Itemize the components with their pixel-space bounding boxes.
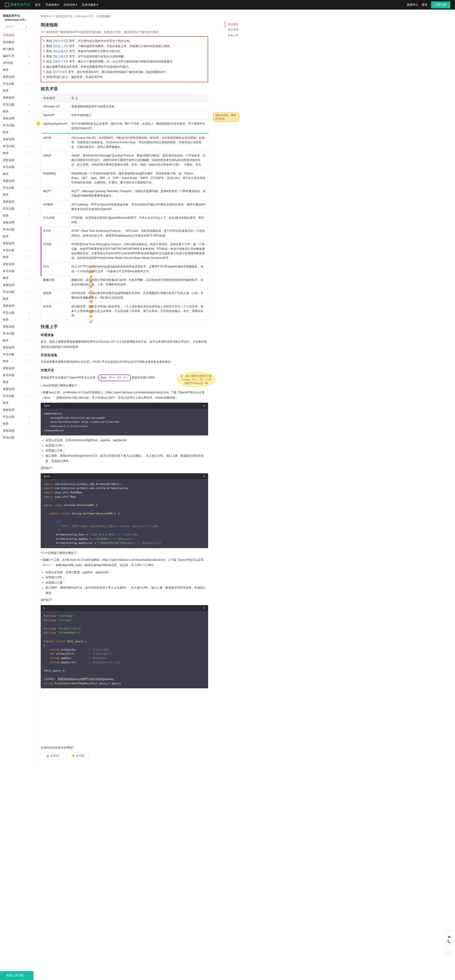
sidebar-item[interactable]: 常见问题⌄ [0, 309, 33, 316]
sidebar-item[interactable]: 附录⌄ [0, 88, 33, 94]
sidebar-item[interactable]: 更新说明 [0, 282, 33, 288]
sidebar-item[interactable]: 更新说明 [0, 240, 33, 247]
chevron-down-icon: ⌄ [28, 248, 30, 252]
guide-link[interactable]: API列表 [55, 70, 65, 74]
breadcrumb-link[interactable]: 智能应用平台（Infovision IoT） [56, 14, 95, 18]
toc-item[interactable]: 相关术语 [225, 27, 254, 33]
toc-nav: 阅读指南 相关术语 快速上手 [225, 22, 254, 38]
sidebar-item[interactable]: 更新说明 [0, 178, 33, 185]
sidebar-item[interactable]: 更新说明 [0, 427, 33, 434]
nav-home[interactable]: 首页 [35, 3, 41, 7]
sidebar-item[interactable]: 更新说明 [0, 302, 33, 309]
sidebar-item[interactable]: 附录⌄ [0, 399, 33, 407]
helpful-button[interactable]: 👍 有帮助 [41, 752, 64, 760]
chevron-down-icon: ⌄ [28, 214, 30, 218]
nav-open-system[interactable]: 开放体系 ▾ [45, 3, 59, 7]
sidebar-item[interactable]: 附录⌄ [0, 233, 33, 240]
sidebar-item[interactable]: 常见问题⌄ [0, 268, 33, 275]
guide-link[interactable]: 编程引导 [55, 60, 66, 63]
guide-box: 1. 查阅【相关术语】章节，对文档内会出现的专业术语有个初步认知。2. 查阅【快… [41, 36, 208, 82]
sidebar-item[interactable]: 常见问题⌄ [0, 101, 33, 108]
sidebar-item[interactable]: 附录⌄ [0, 358, 33, 365]
sidebar-item[interactable]: 常见问题⌄ [0, 185, 33, 191]
sidebar-item[interactable]: 附录⌄ [0, 275, 33, 282]
table-row: 云台控制PTZ控制，在安防监控应用中是pan/tilt/zoom的简写，代表云台… [41, 213, 208, 227]
logo[interactable]: 海康开放平台 [5, 3, 30, 7]
version-select[interactable]: V3.0.0▾ [3, 24, 30, 29]
chevron-down-icon: ⌄ [28, 47, 30, 51]
nav-resource[interactable]: 资源中心 [407, 3, 418, 7]
sidebar-item[interactable]: 常见问题⌄ [0, 288, 33, 296]
sidebar-item[interactable]: 附录⌄ [0, 129, 33, 136]
toc-item[interactable]: 阅读指南 [225, 22, 254, 27]
sidebar-item[interactable]: 常见问题⌄ [0, 434, 33, 441]
sidebar-item[interactable]: 常见问题⌄ [0, 164, 33, 170]
sidebar-item[interactable]: 能力概览⌄ [0, 46, 33, 52]
sidebar-item[interactable]: 附录⌄ [0, 67, 33, 73]
nav-login[interactable]: 登录 [422, 3, 428, 7]
sidebar-item[interactable]: 附录⌄ [0, 337, 33, 344]
sidebar-item[interactable]: 更新说明 [0, 136, 33, 143]
guide-link[interactable]: 能力概览 [55, 55, 66, 58]
sidebar-item[interactable]: 常见问题⌄ [0, 414, 33, 420]
sidebar-item[interactable]: 更新说明 [0, 261, 33, 268]
sidebar-item[interactable]: 更新说明 [0, 94, 33, 101]
sidebar-item[interactable]: 更新说明 [0, 386, 33, 393]
chevron-down-icon: ⌄ [28, 255, 30, 259]
sidebar-item[interactable]: 常见问题⌄ [0, 143, 33, 150]
sidebar-item[interactable]: 附录⌄ [0, 379, 33, 386]
breadcrumb-link[interactable]: 资源中心 [41, 14, 52, 18]
sidebar-item[interactable]: 常见问题⌄ [0, 226, 33, 233]
chevron-down-icon: ⌄ [28, 165, 30, 169]
breadcrumb-current: 对接指南 [99, 14, 110, 18]
sidebar-item[interactable]: 常见问题⌄ [0, 330, 33, 337]
nav-support[interactable]: 支持与服务 ▾ [82, 3, 98, 7]
sidebar-item[interactable]: 常见问题⌄ [0, 122, 33, 129]
copy-icon[interactable]: ⧉ [203, 606, 205, 609]
sidebar-item[interactable]: 附录⌄ [0, 316, 33, 323]
sidebar-item[interactable]: 更新说明 [0, 407, 33, 414]
sidebar-item[interactable]: 编程引导⌄ [0, 52, 33, 60]
sidebar-item[interactable]: 更新说明 [0, 198, 33, 205]
code-block-maven: java⧉ <dependency> <groupId>com.hikvisio… [41, 402, 208, 436]
sidebar-item[interactable]: 更新说明 [0, 365, 33, 372]
sidebar-item[interactable]: 附录⌄ [0, 150, 33, 157]
sidebar-item[interactable]: 常见问题⌄ [0, 205, 33, 212]
sidebar-item[interactable]: 对接指南 [0, 32, 33, 39]
sidebar-item[interactable]: API列表⌄ [0, 60, 33, 67]
sidebar-item[interactable]: 附录⌄ [0, 108, 33, 115]
sidebar-item[interactable]: 常见问题⌄ [0, 80, 33, 88]
annotation-overlay: API所支持的三种视频流协议 [89, 264, 94, 324]
sidebar-item[interactable]: 更新说明 [0, 219, 33, 226]
table-row: RTSPRTSP（Real Time Streaming Protocol），R… [41, 227, 208, 240]
guide-link[interactable]: 协议概述 [55, 49, 66, 53]
copy-icon[interactable]: ⧉ [203, 404, 205, 407]
chevron-down-icon: ⌄ [28, 339, 30, 343]
sidebar-item[interactable]: 附录⌄ [0, 420, 33, 427]
sidebar-item[interactable]: 附录⌄ [0, 191, 33, 198]
sidebar-item[interactable]: 更新说明 [0, 115, 33, 122]
chevron-down-icon: ⌄ [28, 61, 30, 65]
toc-item[interactable]: 快速上手 [225, 33, 254, 38]
intro-text: 为了能快速得了解智能应用平台提供的开放功能，快速进行开发，建议按照以下顺序进行阅… [41, 30, 208, 34]
guide-link[interactable]: 快速上手 [55, 45, 66, 48]
sidebar-item[interactable]: 附录⌄ [0, 212, 33, 219]
register-button[interactable]: 立即注册 [431, 2, 450, 8]
sidebar-item[interactable]: 常见问题⌄ [0, 351, 33, 358]
copy-icon[interactable]: ⧉ [203, 475, 205, 478]
sidebar-item[interactable]: 附录⌄ [0, 296, 33, 302]
sidebar-item[interactable]: 更新说明 [0, 323, 33, 330]
sidebar-item[interactable]: 更新说明 [0, 73, 33, 80]
not-helpful-button[interactable]: 👎 没帮助 [66, 752, 89, 760]
sidebar-item[interactable]: 常见问题⌄ [0, 247, 33, 254]
guide-link[interactable]: 相关术语 [55, 39, 66, 43]
table-row: HLSAPI所支持的三种视频流协议HLS (HTTP Live Streamin… [41, 262, 208, 275]
sidebar-item[interactable]: 常见问题⌄ [0, 372, 33, 379]
sidebar-item[interactable]: 附录⌄ [0, 170, 33, 178]
sidebar-item[interactable]: 更新说明 [0, 344, 33, 351]
sidebar-item[interactable]: 常见问题⌄ [0, 393, 33, 399]
sidebar-item[interactable]: 协议概述⌄ [0, 39, 33, 46]
nav-partners[interactable]: 合作伙伴 ▾ [64, 3, 77, 7]
sidebar-item[interactable]: 更新说明 [0, 157, 33, 164]
sidebar-item[interactable]: 附录⌄ [0, 254, 33, 261]
